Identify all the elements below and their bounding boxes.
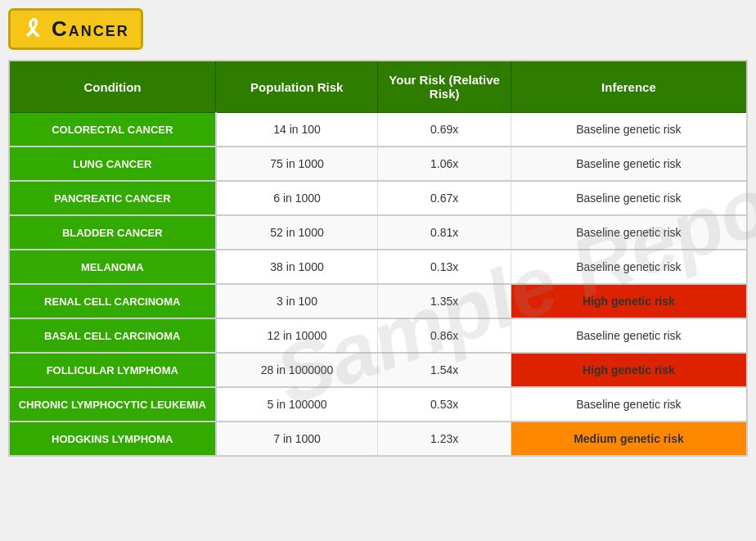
cell-population-risk: 28 in 1000000 xyxy=(216,353,378,387)
cell-inference: Baseline genetic risk xyxy=(511,250,747,284)
cell-population-risk: 52 in 1000 xyxy=(216,215,378,250)
cell-your-risk: 1.35x xyxy=(378,284,511,318)
header-your-risk: Your Risk (Relative Risk) xyxy=(378,61,511,113)
table-row: LUNG CANCER75 in 10001.06xBaseline genet… xyxy=(9,147,747,181)
cell-your-risk: 1.54x xyxy=(378,353,511,387)
cell-your-risk: 0.53x xyxy=(378,387,511,422)
cell-your-risk: 1.23x xyxy=(378,422,511,456)
cell-inference: Baseline genetic risk xyxy=(511,113,747,147)
cell-condition: BLADDER CANCER xyxy=(9,215,216,250)
cell-your-risk: 0.13x xyxy=(378,250,511,284)
table-row: FOLLICULAR LYMPHOMA28 in 10000001.54xHig… xyxy=(9,353,747,387)
cell-condition: LUNG CANCER xyxy=(9,147,216,181)
table-header-row: Condition Population Risk Your Risk (Rel… xyxy=(9,61,747,113)
cell-condition: BASAL CELL CARCINOMA xyxy=(9,318,216,353)
table-row: RENAL CELL CARCINOMA3 in 1001.35xHigh ge… xyxy=(9,284,747,318)
ribbon-icon: 🎗 xyxy=(22,16,45,43)
cell-population-risk: 14 in 100 xyxy=(216,113,378,147)
table-row: MELANOMA38 in 10000.13xBaseline genetic … xyxy=(9,250,747,284)
table-row: BASAL CELL CARCINOMA12 in 100000.86xBase… xyxy=(9,318,747,353)
cell-population-risk: 5 in 100000 xyxy=(216,387,378,422)
header-inference: Inference xyxy=(511,61,747,113)
logo-badge: 🎗 Cancer xyxy=(8,8,143,50)
cell-inference: Baseline genetic risk xyxy=(511,147,747,181)
cell-condition: FOLLICULAR LYMPHOMA xyxy=(9,353,216,387)
cell-your-risk: 0.81x xyxy=(378,215,511,250)
cell-your-risk: 0.67x xyxy=(378,181,511,215)
cell-population-risk: 12 in 10000 xyxy=(216,318,378,353)
cell-condition: HODGKINS LYMPHOMA xyxy=(9,422,216,456)
cell-inference: High genetic risk xyxy=(511,353,747,387)
header-population-risk: Population Risk xyxy=(216,61,378,113)
table-row: COLORECTAL CANCER14 in 1000.69xBaseline … xyxy=(9,113,747,147)
cell-inference: Baseline genetic risk xyxy=(511,387,747,422)
cell-population-risk: 7 in 1000 xyxy=(216,422,378,456)
cell-your-risk: 0.86x xyxy=(378,318,511,353)
header-condition: Condition xyxy=(9,61,216,113)
cell-inference: Baseline genetic risk xyxy=(511,215,747,250)
cell-population-risk: 3 in 100 xyxy=(216,284,378,318)
cell-condition: CHRONIC LYMPHOCYTIC LEUKEMIA xyxy=(9,387,216,422)
cell-condition: PANCREATIC CANCER xyxy=(9,181,216,215)
cell-inference: Baseline genetic risk xyxy=(511,318,747,353)
cell-your-risk: 1.06x xyxy=(378,147,511,181)
table-row: BLADDER CANCER52 in 10000.81xBaseline ge… xyxy=(9,215,747,250)
cell-condition: MELANOMA xyxy=(9,250,216,284)
table-row: HODGKINS LYMPHOMA7 in 10001.23xMedium ge… xyxy=(9,422,747,456)
page-title: Cancer xyxy=(52,16,129,42)
cell-your-risk: 0.69x xyxy=(378,113,511,147)
table-row: PANCREATIC CANCER6 in 10000.67xBaseline … xyxy=(9,181,747,215)
cell-inference: High genetic risk xyxy=(511,284,747,318)
cell-inference: Baseline genetic risk xyxy=(511,181,747,215)
page-header: 🎗 Cancer xyxy=(8,8,748,50)
table-row: CHRONIC LYMPHOCYTIC LEUKEMIA5 in 1000000… xyxy=(9,387,747,422)
cell-inference: Medium genetic risk xyxy=(511,422,747,456)
cancer-risk-table: Condition Population Risk Your Risk (Rel… xyxy=(8,60,748,457)
cell-population-risk: 6 in 1000 xyxy=(216,181,378,215)
cell-condition: RENAL CELL CARCINOMA xyxy=(9,284,216,318)
cell-population-risk: 75 in 1000 xyxy=(216,147,378,181)
cell-population-risk: 38 in 1000 xyxy=(216,250,378,284)
cell-condition: COLORECTAL CANCER xyxy=(9,113,216,147)
